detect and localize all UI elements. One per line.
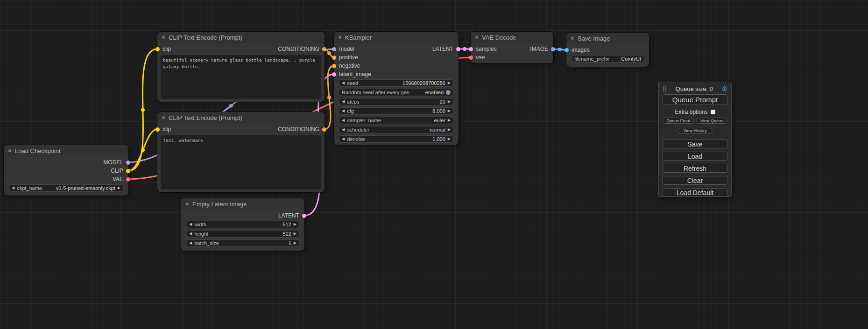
wire-midpoint-dot-samples [463,47,466,51]
slot-row: positive [334,53,459,62]
node-title-bar[interactable]: CLIP Text Encode (Prompt) [157,32,325,43]
increment-arrow-icon[interactable]: ▶ [448,81,451,85]
decrement-arrow-icon[interactable]: ◀ [189,241,192,245]
clear-button[interactable]: Clear [663,176,727,185]
input-slot-vae-dot[interactable] [469,56,473,60]
increment-arrow-icon[interactable]: ▶ [448,109,451,113]
increment-arrow-icon[interactable]: ▶ [294,223,296,226]
collapse-dot-icon[interactable] [475,36,478,39]
increment-arrow-icon[interactable]: ▶ [118,186,120,190]
node-title-bar[interactable]: CLIP Text Encode (Prompt) [157,112,325,123]
node-title-bar[interactable]: Save Image [566,33,649,44]
increment-arrow-icon[interactable]: ▶ [448,137,451,141]
toggle-dot-icon[interactable] [446,90,451,95]
slot-area: clip CONDITIONING [157,43,325,53]
input-slot-clip: clip [155,126,171,133]
widget-height[interactable]: ◀ height 512 ▶ [186,230,300,238]
positive-prompt-textarea[interactable]: beautiful scenery nature glass bottle la… [161,55,321,99]
widget-cfg[interactable]: ◀ cfg 8.000 ▶ [339,107,454,115]
graph-canvas[interactable]: Load Checkpoint MODEL CLIP VAE [0,0,868,329]
queue-front-button[interactable]: Queue Front [663,118,694,124]
widget-denoise[interactable]: ◀ denoise 1.000 ▶ [339,135,454,143]
input-slot-latent-image-dot[interactable] [332,72,336,77]
widget-filename-prefix[interactable]: filename_prefix ComfyUI [571,55,644,63]
decrement-arrow-icon[interactable]: ◀ [342,119,345,122]
view-queue-button[interactable]: View Queue [696,118,727,124]
decrement-arrow-icon[interactable]: ◀ [189,223,192,226]
settings-gear-icon[interactable]: ⚙ [721,85,727,92]
output-slot-vae: VAE [113,176,130,182]
widget-scheduler[interactable]: ◀ scheduler normal ▶ [339,126,454,133]
increment-arrow-icon[interactable]: ▶ [294,232,296,236]
node-save-image[interactable]: Save Image images filename_prefix ComfyU… [566,33,649,67]
input-slot-clip-dot[interactable] [155,47,160,51]
node-ksampler[interactable]: KSampler model LATENT positive [334,32,459,145]
node-title-bar[interactable]: Empty Latent Image [181,198,304,210]
slot-area: model LATENT positive negative [334,43,459,78]
output-slot-conditioning: CONDITIONING [278,46,326,52]
output-slot-latent-dot[interactable] [456,47,460,51]
collapse-dot-icon[interactable] [162,36,165,39]
widget-width[interactable]: ◀ width 512 ▶ [186,221,300,228]
node-title-bar[interactable]: Load Checkpoint [4,145,128,156]
input-slot-samples: samples [469,46,497,52]
collapse-dot-icon[interactable] [339,36,341,39]
increment-arrow-icon[interactable]: ▶ [448,119,451,122]
node-load-checkpoint[interactable]: Load Checkpoint MODEL CLIP VAE [4,145,128,196]
extra-options-checkbox[interactable] [711,110,715,114]
decrement-arrow-icon[interactable]: ◀ [12,186,14,190]
increment-arrow-icon[interactable]: ▶ [294,241,296,245]
node-empty-latent-image[interactable]: Empty Latent Image LATENT ◀ width 512 ▶ … [181,198,304,251]
slot-label: clip [162,126,171,133]
widget-seed[interactable]: ◀ seed 156680208700286 ▶ [339,79,454,87]
decrement-arrow-icon[interactable]: ◀ [342,81,345,85]
output-slot-latent-dot[interactable] [302,214,306,218]
input-slot-clip-dot[interactable] [155,127,160,132]
input-slot-images-dot[interactable] [565,48,569,52]
load-button[interactable]: Load [663,152,727,161]
decrement-arrow-icon[interactable]: ◀ [189,232,192,236]
output-slot-clip-dot[interactable] [126,169,130,173]
input-slot-positive-dot[interactable] [332,56,336,60]
collapse-dot-icon[interactable] [162,116,165,119]
collapse-dot-icon[interactable] [571,37,574,40]
node-title-bar[interactable]: KSampler [334,32,459,43]
node-clip-text-encode-positive[interactable]: CLIP Text Encode (Prompt) clip CONDITION… [157,32,325,102]
output-slot-model-dot[interactable] [126,161,130,165]
output-slot-conditioning-dot[interactable] [322,127,326,132]
node-clip-text-encode-negative[interactable]: CLIP Text Encode (Prompt) clip CONDITION… [157,112,325,192]
increment-arrow-icon[interactable]: ▶ [448,100,451,104]
output-slot-image-dot[interactable] [551,47,555,51]
widget-batch-size[interactable]: ◀ batch_size 1 ▶ [186,239,300,247]
negative-prompt-textarea[interactable]: text, watermark [161,135,321,189]
widget-ckpt-name[interactable]: ◀ ckpt_name v1-5-pruned-emaonly.ckpt ▶ [8,184,124,192]
output-slot-vae-dot[interactable] [126,177,130,182]
widget-random-seed-toggle[interactable]: Random seed after every gen enabled [339,89,454,96]
load-default-button[interactable]: Load Default [663,188,727,197]
widget-steps[interactable]: ◀ steps 20 ▶ [339,98,454,105]
widget-value: 8.000 [432,108,445,114]
decrement-arrow-icon[interactable]: ◀ [342,100,345,104]
increment-arrow-icon[interactable]: ▶ [448,128,451,132]
decrement-arrow-icon[interactable]: ◀ [342,137,345,141]
input-slot-model-dot[interactable] [332,47,336,51]
collapse-dot-icon[interactable] [186,203,189,205]
widget-label: seed [347,80,358,86]
save-button[interactable]: Save [663,140,727,148]
view-history-button[interactable]: View History [677,128,713,134]
decrement-arrow-icon[interactable]: ◀ [342,109,345,113]
widget-label: width [194,222,206,227]
collapse-dot-icon[interactable] [8,149,11,152]
refresh-button[interactable]: Refresh [663,164,727,173]
widget-sampler-name[interactable]: ◀ sampler_name euler ▶ [339,117,454,124]
wire-midpoint-dot-clip-to-positive [141,108,145,112]
wire-midpoint-dot-clip-to-negative [141,148,145,152]
node-vae-decode[interactable]: VAE Decode samples IMAGE vae [471,32,553,63]
input-slot-negative-dot[interactable] [332,64,336,68]
output-slot-conditioning-dot[interactable] [322,47,326,51]
node-title-bar[interactable]: VAE Decode [471,32,553,43]
decrement-arrow-icon[interactable]: ◀ [342,128,345,132]
queue-prompt-button[interactable]: Queue Prompt [663,94,727,105]
input-slot-samples-dot[interactable] [469,47,473,51]
drag-handle-icon[interactable] [663,86,667,92]
